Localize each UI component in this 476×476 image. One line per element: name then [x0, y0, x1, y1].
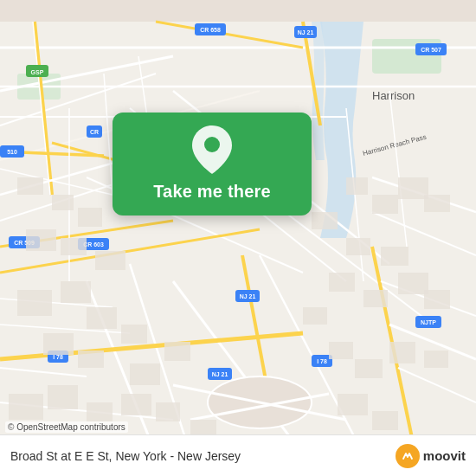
- svg-text:CR 658: CR 658: [200, 27, 221, 33]
- svg-rect-108: [372, 411, 398, 430]
- svg-text:NJ 21: NJ 21: [212, 371, 228, 377]
- svg-rect-98: [121, 325, 147, 344]
- svg-rect-79: [26, 229, 56, 251]
- svg-text:GSP: GSP: [31, 69, 44, 75]
- svg-text:NJ 21: NJ 21: [298, 29, 314, 35]
- svg-text:I 78: I 78: [53, 354, 63, 360]
- svg-rect-103: [329, 342, 353, 359]
- svg-rect-94: [398, 273, 428, 294]
- bottom-bar: Broad St at E E St, New York - New Jerse…: [0, 434, 476, 476]
- svg-rect-100: [78, 351, 104, 368]
- svg-rect-93: [363, 290, 388, 307]
- svg-rect-88: [398, 177, 428, 199]
- svg-rect-106: [424, 351, 448, 368]
- address-text: Broad St at E E St, New York - New Jerse…: [10, 449, 241, 463]
- svg-rect-97: [87, 307, 117, 329]
- svg-rect-111: [87, 402, 113, 421]
- svg-rect-110: [48, 385, 78, 409]
- svg-rect-91: [381, 247, 408, 266]
- moovit-text: moovit: [423, 448, 466, 463]
- svg-rect-112: [121, 394, 151, 415]
- svg-rect-77: [52, 195, 74, 210]
- svg-text:510: 510: [7, 149, 17, 155]
- location-pin-icon: [190, 128, 234, 171]
- svg-rect-89: [424, 195, 450, 212]
- svg-rect-96: [303, 307, 327, 325]
- map-attribution: © OpenStreetMap contributors: [5, 421, 128, 433]
- svg-rect-102: [164, 342, 190, 361]
- moovit-icon: [396, 444, 420, 468]
- svg-rect-104: [355, 359, 383, 378]
- svg-rect-87: [372, 195, 398, 214]
- svg-rect-101: [130, 363, 160, 385]
- svg-text:NJTP: NJTP: [421, 319, 436, 325]
- svg-rect-81: [95, 251, 125, 270]
- svg-text:Harrison: Harrison: [372, 89, 415, 102]
- map-background: GSP 510 CR 658 NJ 21 CR 507 Harrison Har…: [0, 0, 476, 476]
- svg-point-115: [204, 137, 220, 152]
- svg-text:CR 507: CR 507: [421, 47, 441, 53]
- svg-rect-83: [61, 281, 91, 303]
- svg-text:NJ 21: NJ 21: [240, 293, 256, 299]
- map-container: GSP 510 CR 658 NJ 21 CR 507 Harrison Har…: [0, 0, 476, 476]
- svg-rect-76: [17, 177, 43, 195]
- svg-rect-113: [156, 402, 180, 421]
- svg-rect-95: [424, 290, 450, 309]
- svg-rect-107: [338, 394, 368, 415]
- svg-rect-82: [17, 290, 52, 316]
- svg-text:CR: CR: [90, 129, 99, 135]
- svg-rect-85: [312, 212, 338, 229]
- svg-rect-105: [389, 342, 415, 363]
- take-me-there-card[interactable]: Take me there: [113, 113, 312, 215]
- svg-rect-92: [329, 273, 355, 292]
- svg-rect-109: [9, 394, 43, 420]
- svg-rect-99: [43, 333, 74, 355]
- svg-rect-80: [61, 238, 87, 255]
- moovit-logo: moovit: [396, 444, 466, 468]
- svg-rect-78: [78, 208, 102, 227]
- svg-rect-86: [346, 177, 368, 195]
- take-me-there-label: Take me there: [153, 182, 271, 202]
- svg-rect-90: [346, 238, 370, 255]
- svg-text:I 78: I 78: [317, 358, 327, 364]
